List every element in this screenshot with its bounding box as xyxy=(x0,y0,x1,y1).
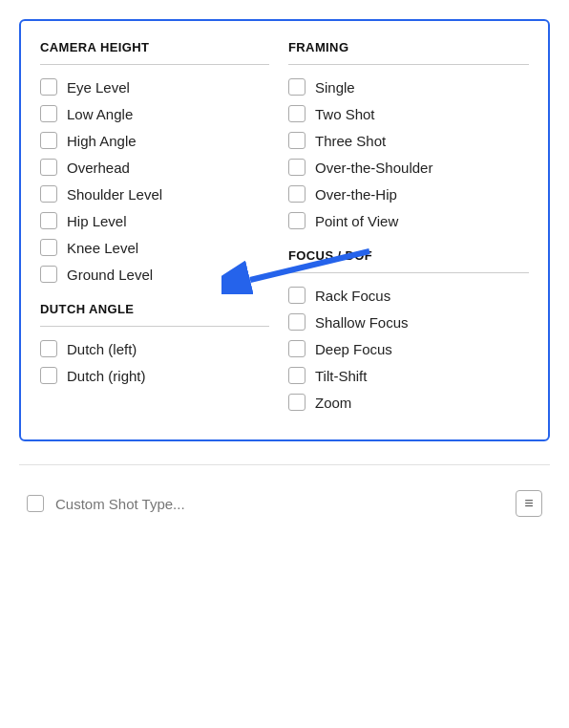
checkbox-shoulder-level[interactable] xyxy=(40,185,57,203)
checkbox-eye-level[interactable] xyxy=(40,78,57,96)
list-item: Dutch (left) xyxy=(40,340,269,357)
label-high-angle: High Angle xyxy=(67,133,137,149)
checkbox-over-hip[interactable] xyxy=(288,185,306,203)
label-over-hip: Over-the-Hip xyxy=(315,186,397,203)
camera-height-title: CAMERA HEIGHT xyxy=(40,40,269,54)
custom-shot-row: ≡ xyxy=(19,481,550,526)
list-item: Tilt-Shift xyxy=(288,367,529,384)
framing-divider xyxy=(288,64,529,65)
page-container: CAMERA HEIGHT Eye Level Low Angle High A… xyxy=(19,19,550,526)
label-single: Single xyxy=(315,79,355,96)
list-item: High Angle xyxy=(40,132,269,149)
list-item: Single xyxy=(288,78,529,96)
main-panel: CAMERA HEIGHT Eye Level Low Angle High A… xyxy=(19,19,550,441)
focus-dof-section: FOCUS / DOF Rack Focus Shallow Focus Dee… xyxy=(288,248,529,411)
list-item: Three Shot xyxy=(288,132,529,149)
label-tilt-shift: Tilt-Shift xyxy=(315,368,367,384)
list-item: Knee Level xyxy=(40,239,269,256)
checkbox-shallow-focus[interactable] xyxy=(288,313,306,331)
checkbox-custom-shot[interactable] xyxy=(27,495,44,512)
label-overhead: Overhead xyxy=(67,160,130,176)
checkbox-dutch-left[interactable] xyxy=(40,340,57,357)
label-three-shot: Three Shot xyxy=(315,133,386,149)
checkbox-dutch-right[interactable] xyxy=(40,367,57,384)
checkbox-hip-level[interactable] xyxy=(40,212,57,229)
checkbox-deep-focus[interactable] xyxy=(288,340,306,357)
checkbox-zoom[interactable] xyxy=(288,394,306,411)
list-item: Low Angle xyxy=(40,105,269,122)
checkbox-rack-focus[interactable] xyxy=(288,287,306,304)
label-knee-level: Knee Level xyxy=(67,240,138,256)
checkbox-tilt-shift[interactable] xyxy=(288,367,306,384)
list-icon-symbol: ≡ xyxy=(524,495,533,512)
list-icon[interactable]: ≡ xyxy=(516,490,542,517)
list-item: Two Shot xyxy=(288,105,529,122)
framing-title: FRAMING xyxy=(288,40,529,54)
label-eye-level: Eye Level xyxy=(67,79,130,96)
checkbox-knee-level[interactable] xyxy=(40,239,57,256)
custom-shot-input[interactable] xyxy=(55,496,504,512)
list-item: Over-the-Hip xyxy=(288,185,529,203)
label-rack-focus: Rack Focus xyxy=(315,288,390,304)
focus-dof-list: Rack Focus Shallow Focus Deep Focus Tilt… xyxy=(288,287,529,411)
label-pov: Point of View xyxy=(315,213,398,229)
checkbox-high-angle[interactable] xyxy=(40,132,57,149)
list-item: Dutch (right) xyxy=(40,367,269,384)
checkbox-single[interactable] xyxy=(288,78,306,96)
label-zoom: Zoom xyxy=(315,395,351,411)
camera-height-list: Eye Level Low Angle High Angle Overhead xyxy=(40,78,269,283)
label-dutch-left: Dutch (left) xyxy=(67,341,137,357)
bottom-section: ≡ xyxy=(19,464,550,526)
focus-dof-divider xyxy=(288,272,529,273)
framing-list: Single Two Shot Three Shot Over-the-Shou… xyxy=(288,78,529,229)
checkbox-low-angle[interactable] xyxy=(40,105,57,122)
list-item: Shoulder Level xyxy=(40,185,269,203)
list-item: Over-the-Shoulder xyxy=(288,159,529,176)
checkbox-three-shot[interactable] xyxy=(288,132,306,149)
dutch-angle-divider xyxy=(40,326,269,327)
list-item: Zoom xyxy=(288,394,529,411)
label-dutch-right: Dutch (right) xyxy=(67,368,146,384)
label-low-angle: Low Angle xyxy=(67,106,133,122)
label-shallow-focus: Shallow Focus xyxy=(315,314,409,331)
dutch-angle-section: DUTCH ANGLE Dutch (left) Dutch (right) xyxy=(40,302,269,384)
dutch-angle-title: DUTCH ANGLE xyxy=(40,302,269,316)
list-item: Point of View xyxy=(288,212,529,229)
focus-dof-title: FOCUS / DOF xyxy=(288,248,529,263)
label-hip-level: Hip Level xyxy=(67,213,127,229)
checkbox-two-shot[interactable] xyxy=(288,105,306,122)
list-item: Rack Focus xyxy=(288,287,529,304)
label-over-shoulder: Over-the-Shoulder xyxy=(315,160,432,176)
list-item: Shallow Focus xyxy=(288,313,529,331)
label-shoulder-level: Shoulder Level xyxy=(67,186,162,203)
left-column: CAMERA HEIGHT Eye Level Low Angle High A… xyxy=(40,40,269,420)
list-item: Ground Level xyxy=(40,266,269,283)
camera-height-section: CAMERA HEIGHT Eye Level Low Angle High A… xyxy=(40,40,269,283)
framing-section: FRAMING Single Two Shot Three Shot xyxy=(288,40,529,229)
checkbox-overhead[interactable] xyxy=(40,159,57,176)
label-ground-level: Ground Level xyxy=(67,267,153,283)
dutch-angle-list: Dutch (left) Dutch (right) xyxy=(40,340,269,384)
checkbox-over-shoulder[interactable] xyxy=(288,159,306,176)
list-item: Deep Focus xyxy=(288,340,529,357)
list-item: Eye Level xyxy=(40,78,269,96)
checkbox-pov[interactable] xyxy=(288,212,306,229)
list-item: Hip Level xyxy=(40,212,269,229)
camera-height-divider xyxy=(40,64,269,65)
right-column: FRAMING Single Two Shot Three Shot xyxy=(288,40,529,420)
label-deep-focus: Deep Focus xyxy=(315,341,392,357)
checkbox-ground-level[interactable] xyxy=(40,266,57,283)
label-two-shot: Two Shot xyxy=(315,106,375,122)
list-item: Overhead xyxy=(40,159,269,176)
